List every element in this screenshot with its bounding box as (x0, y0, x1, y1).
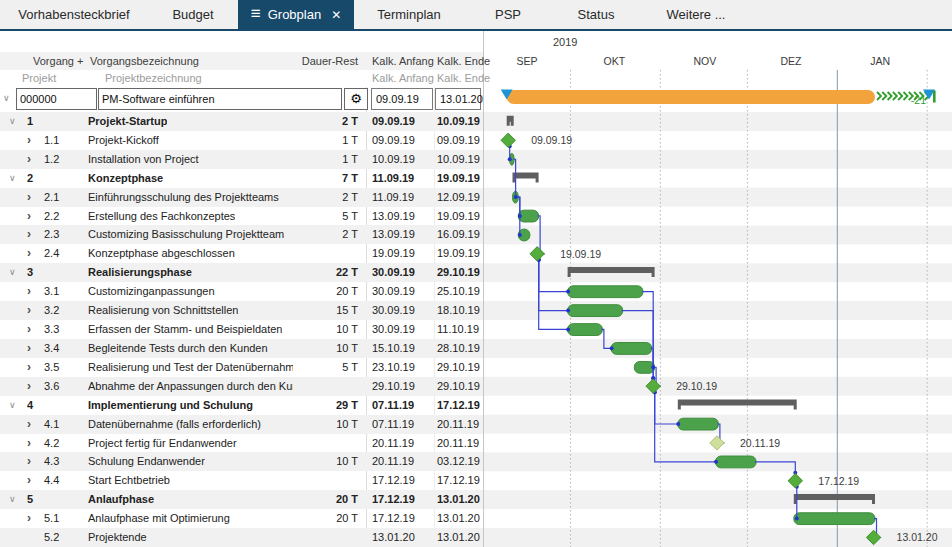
tab-label: PSP (495, 7, 521, 22)
column-header-name[interactable]: Vorgangsbezeichnung (90, 52, 199, 70)
expand-icon[interactable]: › (27, 188, 31, 207)
milestone-date-label: 09.09.19 (531, 134, 572, 146)
task-row-4[interactable]: ∨4Implementierung und Schulung29 T07.11.… (0, 396, 483, 415)
gantt-milestone-4.2[interactable] (710, 436, 724, 450)
task-end: 13.01.20 (437, 490, 480, 509)
task-end: 19.09.19 (437, 207, 480, 226)
task-name: Anlaufphase (88, 490, 154, 509)
expand-icon[interactable]: › (27, 282, 31, 301)
tab-psp[interactable]: PSP (464, 0, 552, 29)
tab-weitere-[interactable]: Weitere ... (640, 0, 752, 29)
task-row-1[interactable]: ∨1Projekt-Startup2 T09.09.1910.09.19 (0, 112, 483, 131)
expand-icon[interactable]: › (27, 339, 31, 358)
buffer-chevron (888, 92, 892, 100)
gantt-bar-3.4[interactable] (611, 343, 652, 355)
close-icon[interactable]: ✕ (331, 8, 341, 22)
column-header-duration[interactable]: Dauer-Rest (290, 52, 358, 70)
task-row-2.3[interactable]: ›2.3Customizing Basisschulung Projekttea… (0, 225, 483, 244)
expand-icon[interactable]: › (27, 434, 31, 453)
tab-status[interactable]: Status (552, 0, 640, 29)
task-id: 2.1 (44, 188, 59, 207)
expand-icon[interactable]: › (27, 415, 31, 434)
expand-icon[interactable]: › (27, 207, 31, 226)
task-row-4.3[interactable]: ›4.3Schulung Endanwender10 T20.11.1903.1… (0, 452, 483, 471)
link-node-dot (676, 422, 680, 426)
expand-icon[interactable]: › (27, 471, 31, 490)
gantt-bar-4.1[interactable] (678, 418, 719, 430)
task-row-4.4[interactable]: ›4.4Start Echtbetrieb17.12.1917.12.19 (0, 471, 483, 490)
task-row-3.4[interactable]: ›3.4Begleitende Tests durch den Kunden10… (0, 339, 483, 358)
task-row-2.1[interactable]: ›2.1Einführungsschulung des Projektteams… (0, 188, 483, 207)
expand-icon[interactable]: › (27, 225, 31, 244)
tab-grobplan[interactable]: ≡Grobplan✕ (238, 0, 354, 29)
tab-budget[interactable]: Budget (148, 0, 238, 29)
buffer-end-tick (933, 91, 936, 103)
gantt-bar-3.3[interactable] (568, 324, 603, 336)
task-row-4.2[interactable]: ›4.2Project fertig für Endanwender20.11.… (0, 434, 483, 453)
task-row-5.2[interactable]: 5.2Projektende13.01.2013.01.20 (0, 528, 483, 547)
gantt-milestone-1.1[interactable] (501, 133, 515, 147)
task-duration: 5 T (290, 207, 358, 226)
tab-terminplan[interactable]: Terminplan (354, 0, 464, 29)
collapse-icon[interactable]: ∨ (9, 490, 16, 509)
task-row-5.1[interactable]: ›5.1Anlaufphase mit Optimierung20 T17.12… (0, 509, 483, 528)
column-header-start[interactable]: Kalk. Anfang (372, 52, 434, 70)
task-row-1.1[interactable]: ›1.1Projekt-Kickoff1 T09.09.1909.09.19 (0, 131, 483, 150)
expand-icon[interactable]: › (27, 452, 31, 471)
task-id: 5.2 (44, 528, 59, 547)
task-start: 20.11.19 (372, 434, 414, 453)
task-row-3[interactable]: ∨3Realisierungsphase22 T30.09.1929.10.19 (0, 263, 483, 282)
pane-splitter[interactable] (483, 31, 484, 547)
expand-icon[interactable]: › (27, 301, 31, 320)
task-row-2[interactable]: ∨2Konzeptphase7 T11.09.1919.09.19 (0, 169, 483, 188)
project-collapse-icon[interactable]: ∨ (3, 93, 10, 103)
task-row-3.3[interactable]: ›3.3Erfassen der Stamm- und Beispieldate… (0, 320, 483, 339)
gantt-bar-3.2[interactable] (568, 305, 623, 317)
expand-icon[interactable]: › (27, 509, 31, 528)
gantt-bar-4.3[interactable] (716, 456, 757, 468)
task-name: Start Echtbetrieb (88, 471, 170, 490)
column-header-task[interactable]: Vorgang + (33, 52, 83, 70)
collapse-icon[interactable]: ∨ (9, 263, 16, 282)
gantt-milestone-2.4[interactable] (530, 247, 544, 261)
task-row-5[interactable]: ∨5Anlaufphase20 T17.12.1913.01.20 (0, 490, 483, 509)
task-row-1.2[interactable]: ›1.2Installation von Project1 T10.09.191… (0, 150, 483, 169)
task-row-3.2[interactable]: ›3.2Realisierung von Schnittstellen15 T3… (0, 301, 483, 320)
column-header-end[interactable]: Kalk. Ende (437, 52, 490, 70)
tab-vorhabensteckbrief[interactable]: Vorhabensteckbrief (0, 0, 148, 29)
task-row-2.2[interactable]: ›2.2Erstellung des Fachkonzeptes5 T13.09… (0, 207, 483, 226)
expand-icon[interactable]: › (27, 244, 31, 263)
task-id: 4.1 (44, 415, 59, 434)
task-end: 29.10.19 (437, 358, 480, 377)
project-start-field[interactable]: 09.09.19 (371, 88, 433, 110)
task-start: 09.09.19 (372, 112, 415, 131)
task-start: 30.09.19 (372, 282, 415, 301)
expand-icon[interactable]: › (27, 358, 31, 377)
gantt-summary-bar-4[interactable] (678, 399, 797, 409)
task-start: 07.11.19 (372, 396, 414, 415)
task-row-3.1[interactable]: ›3.1Customizinganpassungen20 T30.09.1925… (0, 282, 483, 301)
collapse-icon[interactable]: ∨ (9, 112, 16, 131)
project-settings-button[interactable]: ⚙ (344, 88, 368, 110)
task-row-3.6[interactable]: ›3.6Abnahme der Anpassungen durch den Ku… (0, 377, 483, 396)
project-name-input[interactable] (98, 88, 342, 110)
project-end-field[interactable]: 13.01.20 (435, 88, 481, 110)
expand-icon[interactable]: › (27, 131, 31, 150)
task-id: 4.4 (44, 471, 59, 490)
expand-icon[interactable]: › (27, 377, 31, 396)
project-id-input[interactable] (16, 88, 97, 110)
task-row-3.5[interactable]: ›3.5Realisierung und Test der Datenübern… (0, 358, 483, 377)
gantt-bar-5.1[interactable] (794, 513, 875, 525)
gantt-milestone-4.4[interactable] (788, 474, 802, 488)
collapse-icon[interactable]: ∨ (9, 396, 16, 415)
gantt-bar-3.1[interactable] (568, 286, 643, 298)
collapse-icon[interactable]: ∨ (9, 169, 16, 188)
task-end: 29.10.19 (437, 377, 480, 396)
expand-icon[interactable]: › (27, 150, 31, 169)
expand-icon[interactable]: › (27, 320, 31, 339)
project-summary-bar[interactable] (507, 90, 875, 104)
gantt-summary-bar-2[interactable] (513, 173, 539, 183)
task-name: Begleitende Tests durch den Kunden (88, 339, 268, 358)
task-row-4.1[interactable]: ›4.1Datenübernahme (falls erforderlich)1… (0, 415, 483, 434)
task-row-2.4[interactable]: ›2.4Konzeptphase abgeschlossen19.09.1919… (0, 244, 483, 263)
